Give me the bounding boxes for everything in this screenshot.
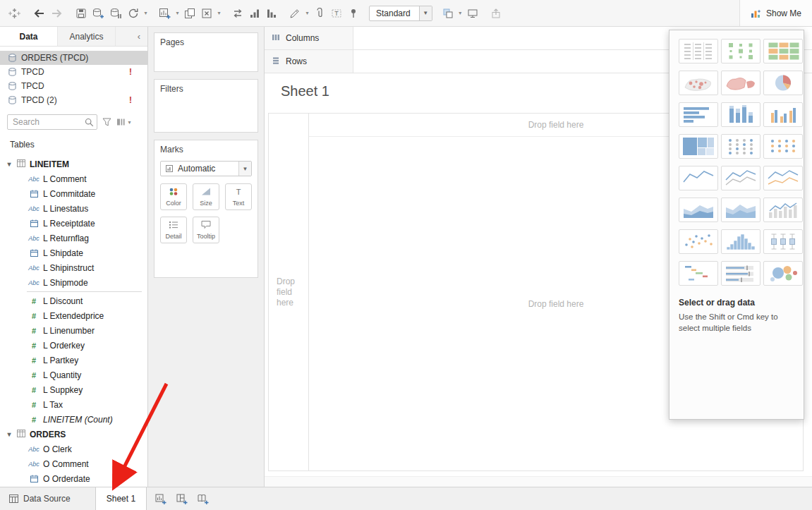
view-options-button[interactable]: ▾: [116, 118, 133, 126]
field-item[interactable]: #L Tax: [0, 397, 147, 412]
forward-button[interactable]: [48, 4, 66, 23]
caret-down-icon[interactable]: ▾: [126, 119, 133, 126]
field-item[interactable]: AbcL Shipmode: [0, 275, 147, 290]
tab-data-source[interactable]: Data Source: [0, 487, 80, 510]
datasource-item[interactable]: TPCD: [0, 79, 147, 93]
showme-item-gantt[interactable]: [679, 261, 718, 286]
back-button[interactable]: [30, 4, 48, 23]
sort-ascending-button[interactable]: [246, 4, 263, 23]
showme-item-box-plot[interactable]: [763, 229, 803, 254]
datasource-item[interactable]: TPCD (2)!: [0, 93, 147, 107]
showme-item-side-by-side-circles[interactable]: [763, 134, 803, 159]
showme-item-histogram[interactable]: [721, 229, 761, 254]
showme-item-continuous-area[interactable]: [679, 198, 718, 222]
new-dashboard-tab-button[interactable]: [176, 494, 188, 504]
field-item[interactable]: AbcO Comment: [0, 456, 147, 471]
share-button[interactable]: [487, 4, 504, 23]
marks-detail-button[interactable]: Detail: [160, 217, 187, 243]
run-auto-updates-button[interactable]: [125, 4, 142, 23]
caret-down-icon[interactable]: ▾: [142, 10, 150, 16]
sort-descending-button[interactable]: [263, 4, 280, 23]
field-item[interactable]: L Receiptdate: [0, 216, 147, 231]
marks-tooltip-button[interactable]: Tooltip: [193, 217, 219, 243]
table-group-orders[interactable]: ▾ORDERS: [0, 427, 147, 442]
field-item[interactable]: #LINEITEM (Count): [0, 412, 147, 427]
caret-down-icon[interactable]: ▾: [303, 10, 311, 16]
highlight-button[interactable]: [286, 4, 303, 23]
fit-selector-dropdown[interactable]: Standard ▼: [369, 6, 432, 21]
showme-item-highlight-table[interactable]: [763, 39, 803, 63]
clear-sheet-button[interactable]: [198, 4, 215, 23]
showme-item-continuous-lines[interactable]: [679, 166, 718, 190]
field-item[interactable]: #L Linenumber: [0, 323, 147, 338]
tab-analytics[interactable]: Analytics: [58, 27, 116, 46]
presentation-mode-button[interactable]: [464, 4, 481, 23]
showme-item-filled-map[interactable]: [721, 71, 761, 95]
caret-down-icon[interactable]: ▾: [456, 10, 464, 16]
new-story-tab-button[interactable]: [198, 494, 209, 504]
new-worksheet-tab-button[interactable]: [155, 494, 166, 504]
field-item[interactable]: AbcO Clerk: [0, 442, 147, 456]
field-item[interactable]: AbcL Comment: [0, 171, 147, 186]
field-item[interactable]: #L Discount: [0, 293, 147, 308]
show-mark-labels-button[interactable]: T: [328, 4, 345, 23]
tab-data[interactable]: Data: [0, 27, 58, 46]
field-item[interactable]: AbcL Linestatus: [0, 201, 147, 216]
field-item[interactable]: O Orderdate: [0, 471, 147, 486]
add-data-source-button[interactable]: [90, 4, 107, 23]
fix-axes-button[interactable]: [345, 4, 362, 23]
showme-item-horizontal-bars[interactable]: [679, 102, 718, 127]
mark-type-dropdown[interactable]: Automatic ▼: [160, 161, 252, 176]
field-item[interactable]: L Shipdate: [0, 245, 147, 260]
table-group-lineitem[interactable]: ▾LINEITEM: [0, 157, 147, 171]
show-hide-cards-button[interactable]: [440, 4, 456, 23]
pause-auto-updates-button[interactable]: [107, 4, 125, 23]
horizontal-scrollbar[interactable]: [265, 476, 812, 487]
field-item[interactable]: #L Extendedprice: [0, 308, 147, 323]
field-item[interactable]: #L Quantity: [0, 368, 147, 382]
search-input[interactable]: [8, 115, 97, 129]
caret-down-icon[interactable]: ▼: [419, 6, 432, 20]
showme-item-scatter-plot[interactable]: [679, 229, 718, 254]
marks-text-button[interactable]: TText: [225, 183, 252, 210]
datasource-item[interactable]: ORDERS (TPCD): [0, 51, 147, 65]
field-item[interactable]: AbcL Returnflag: [0, 231, 147, 245]
swap-rows-columns-button[interactable]: [229, 4, 246, 23]
caret-down-icon[interactable]: ▾: [215, 10, 223, 16]
showme-item-dual-lines[interactable]: [763, 166, 803, 190]
collapse-pane-button[interactable]: ‹: [131, 27, 147, 46]
filter-fields-button[interactable]: [102, 118, 111, 126]
save-button[interactable]: [73, 4, 90, 23]
showme-item-symbol-map[interactable]: [679, 71, 718, 95]
showme-item-circle-views[interactable]: [721, 134, 761, 159]
caret-down-icon[interactable]: ▾: [174, 10, 181, 16]
field-item[interactable]: #L Orderkey: [0, 338, 147, 353]
duplicate-button[interactable]: [181, 4, 198, 23]
field-item[interactable]: #L Suppkey: [0, 382, 147, 397]
showme-item-pie-chart[interactable]: [763, 71, 803, 95]
caret-down-icon[interactable]: ▼: [238, 162, 251, 176]
showme-item-side-by-side-bars[interactable]: [763, 102, 803, 127]
datasource-item[interactable]: TPCD!: [0, 65, 147, 79]
group-members-button[interactable]: [311, 4, 328, 23]
showme-item-heat-map[interactable]: [721, 39, 761, 63]
filters-card[interactable]: Filters: [154, 79, 258, 133]
pages-card[interactable]: Pages: [154, 32, 258, 72]
new-worksheet-button[interactable]: [156, 4, 174, 23]
marks-size-button[interactable]: Size: [193, 183, 219, 210]
show-me-toggle-button[interactable]: Show Me: [739, 0, 812, 26]
showme-item-discrete-area[interactable]: [721, 198, 761, 222]
showme-item-text-table[interactable]: [679, 39, 718, 63]
field-item[interactable]: #L Partkey: [0, 353, 147, 368]
field-item[interactable]: L Commitdate: [0, 186, 147, 201]
showme-item-bullet-graph[interactable]: [721, 261, 761, 286]
marks-color-button[interactable]: Color: [160, 183, 187, 210]
chevron-down-icon[interactable]: ▾: [6, 160, 13, 168]
showme-item-packed-bubbles[interactable]: [763, 261, 803, 286]
drop-zone-rows[interactable]: Drop field here: [269, 114, 309, 470]
tab-sheet-1[interactable]: Sheet 1: [95, 487, 147, 510]
field-item[interactable]: AbcL Shipinstruct: [0, 260, 147, 275]
showme-item-dual-combination[interactable]: [763, 198, 803, 222]
showme-item-discrete-lines[interactable]: [721, 166, 761, 190]
chevron-down-icon[interactable]: ▾: [6, 430, 13, 438]
